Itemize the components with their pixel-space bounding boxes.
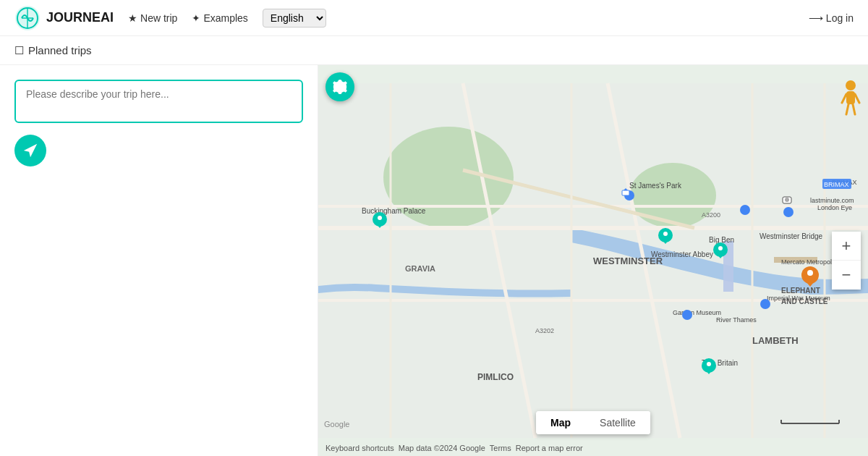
send-icon [22, 143, 38, 159]
svg-point-47 [707, 362, 711, 366]
map-data-text: Map data ©2024 Google [399, 444, 485, 452]
zoom-in-button[interactable]: + [832, 232, 861, 261]
svg-text:Westminster Bridge: Westminster Bridge [760, 232, 823, 240]
street-view-icon [841, 80, 861, 117]
sub-header: ☐ Planned trips [0, 36, 868, 65]
zoom-out-button[interactable]: − [832, 261, 861, 290]
svg-text:ELEPHANT: ELEPHANT [781, 287, 820, 295]
map-area: GRAVIA WESTMINSTER LAMBETH PIMLICO ELEPH… [318, 65, 868, 456]
svg-text:LAMBETH: LAMBETH [752, 335, 799, 346]
new-trip-link[interactable]: ★ New trip [128, 12, 177, 24]
svg-text:GRAVIA: GRAVIA [405, 264, 435, 273]
svg-point-53 [760, 299, 770, 309]
svg-text:River Thames: River Thames [716, 316, 757, 324]
svg-text:Imperial War Museum: Imperial War Museum [767, 295, 830, 302]
logo[interactable]: JOURNEAI [14, 5, 114, 31]
svg-text:A3202: A3202 [535, 327, 554, 334]
planned-trips-label: Planned trips [28, 44, 92, 56]
terms-link[interactable]: Terms [490, 444, 511, 452]
logo-icon [14, 5, 41, 31]
zoom-controls: + − [832, 232, 861, 290]
submit-button[interactable] [14, 135, 46, 166]
planned-trips-link[interactable]: ☐ Planned trips [14, 44, 92, 57]
svg-text:A3200: A3200 [702, 211, 720, 219]
svg-point-49 [807, 270, 813, 276]
svg-line-70 [846, 104, 848, 114]
svg-point-51 [740, 205, 750, 215]
svg-text:Buckingham Palace: Buckingham Palace [362, 207, 426, 215]
svg-text:PIMLICO: PIMLICO [477, 372, 514, 382]
examples-link[interactable]: ✦ Examples [192, 12, 247, 24]
svg-rect-67 [846, 91, 855, 104]
svg-point-58 [785, 198, 789, 202]
svg-text:BRIMAX: BRIMAX [824, 181, 849, 188]
svg-line-69 [855, 94, 859, 103]
login-label: Log in [826, 12, 854, 24]
login-button[interactable]: ⟶ Log in [809, 12, 854, 24]
map-view-button[interactable]: Map [536, 411, 585, 434]
svg-text:London Eye: London Eye [817, 204, 852, 211]
svg-rect-55 [622, 190, 629, 195]
header: JOURNEAI ★ New trip ✦ Examples English E… [0, 0, 868, 36]
planned-trips-icon: ☐ [14, 44, 24, 57]
language-select[interactable]: English Español Français Deutsch 日本語 [263, 9, 326, 28]
street-view-figure[interactable] [841, 80, 861, 117]
svg-line-68 [842, 94, 846, 103]
keyboard-shortcuts-link[interactable]: Keyboard shortcuts [326, 444, 394, 452]
trip-description-input[interactable] [14, 80, 303, 123]
svg-line-71 [853, 104, 855, 114]
svg-text:Google: Google [324, 420, 349, 428]
map-view-toggle: Map Satellite [536, 411, 650, 434]
settings-icon [332, 79, 348, 95]
svg-point-66 [846, 80, 856, 90]
svg-text:lastminute.com: lastminute.com [810, 197, 854, 204]
svg-text:Westminster Abbey: Westminster Abbey [651, 250, 713, 258]
star-icon: ★ [128, 12, 137, 24]
sparkle-icon: ✦ [192, 12, 200, 24]
svg-point-52 [783, 207, 793, 217]
new-trip-label: New trip [140, 12, 177, 24]
examples-label: Examples [203, 12, 247, 24]
main-content: GRAVIA WESTMINSTER LAMBETH PIMLICO ELEPH… [0, 65, 868, 456]
left-panel [0, 65, 318, 456]
login-icon: ⟶ [809, 12, 823, 24]
svg-point-41 [378, 216, 382, 220]
report-link[interactable]: Report a map error [516, 444, 583, 452]
svg-text:St James's Park: St James's Park [629, 182, 682, 190]
map-footer: Keyboard shortcuts Map data ©2024 Google… [326, 444, 583, 452]
svg-text:Garden Museum: Garden Museum [673, 309, 721, 316]
map-settings-button[interactable] [326, 72, 354, 101]
satellite-view-button[interactable]: Satellite [585, 411, 650, 434]
logo-text: JOURNEAI [46, 10, 114, 25]
map-canvas[interactable]: GRAVIA WESTMINSTER LAMBETH PIMLICO ELEPH… [318, 65, 868, 456]
svg-point-45 [718, 246, 723, 250]
svg-point-43 [663, 232, 668, 236]
svg-point-54 [682, 310, 692, 320]
